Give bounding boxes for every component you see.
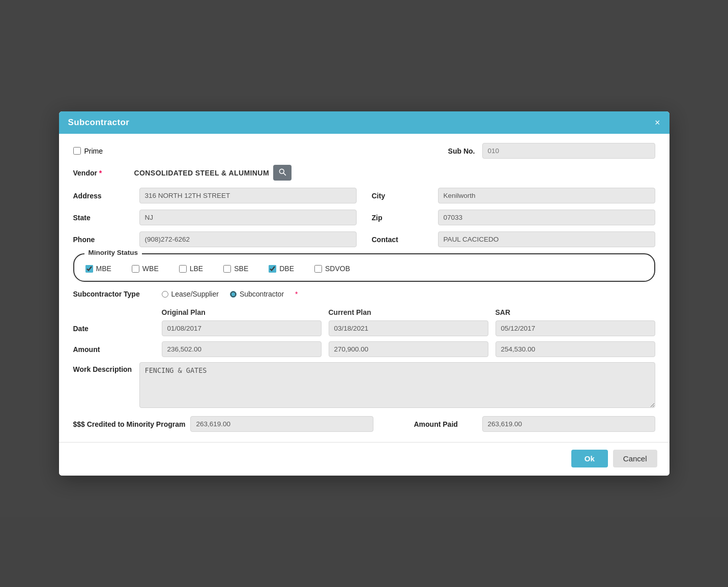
zip-block: Zip xyxy=(372,210,655,225)
work-description-label: Work Description xyxy=(73,362,134,373)
subcontractor-radio-label[interactable]: Subcontractor xyxy=(230,290,284,298)
amount-paid-block: Amount Paid xyxy=(414,416,655,432)
address-input[interactable] xyxy=(139,188,357,203)
credited-amount-row: $$$ Credited to Minority Program Amount … xyxy=(73,416,655,432)
amount-original-input[interactable] xyxy=(162,341,322,357)
plan-col-sar: SAR xyxy=(496,308,655,316)
prime-section: Prime xyxy=(73,147,103,155)
minority-checkboxes: MBE WBE LBE SBE xyxy=(85,265,643,273)
cancel-button[interactable]: Cancel xyxy=(613,450,657,467)
vendor-required: * xyxy=(99,169,102,177)
sbe-checkbox[interactable] xyxy=(223,265,231,273)
state-input[interactable] xyxy=(139,210,357,225)
wbe-label: WBE xyxy=(142,265,159,273)
subcontractor-type-radio-group: Lease/Supplier Subcontractor * xyxy=(162,290,298,298)
address-block: Address xyxy=(73,188,357,203)
dbe-checkbox[interactable] xyxy=(269,265,276,273)
search-icon xyxy=(278,168,286,176)
zip-input[interactable] xyxy=(438,210,655,225)
address-label: Address xyxy=(73,192,134,200)
amount-paid-input[interactable] xyxy=(482,416,655,432)
credited-block: $$$ Credited to Minority Program xyxy=(73,416,399,432)
contact-block: Contact xyxy=(372,231,655,247)
modal-footer: Ok Cancel xyxy=(59,442,669,476)
prime-label: Prime xyxy=(84,147,103,155)
minority-legend: Minority Status xyxy=(84,249,142,256)
plan-col-original: Original Plan xyxy=(162,308,322,316)
contact-input[interactable] xyxy=(438,231,655,247)
subcontractor-label: Subcontractor xyxy=(240,290,284,298)
modal-header: Subcontractor × xyxy=(59,111,669,134)
mbe-checkbox-label[interactable]: MBE xyxy=(85,265,111,273)
dbe-checkbox-label[interactable]: DBE xyxy=(269,265,294,273)
phone-block: Phone xyxy=(73,231,357,247)
credited-input[interactable] xyxy=(190,416,373,432)
vendor-row: Vendor * CONSOLIDATED STEEL & ALUMINUM xyxy=(73,165,655,181)
wbe-checkbox[interactable] xyxy=(132,265,139,273)
prime-checkbox[interactable] xyxy=(73,147,81,155)
plan-table-header: Original Plan Current Plan SAR xyxy=(73,308,655,316)
subcontractor-radio[interactable] xyxy=(230,291,237,298)
lbe-label: LBE xyxy=(190,265,203,273)
state-block: State xyxy=(73,210,357,225)
amount-current-input[interactable] xyxy=(329,341,488,357)
svg-line-1 xyxy=(283,173,285,175)
work-description-input[interactable] xyxy=(139,362,655,408)
lease-supplier-radio[interactable] xyxy=(162,291,168,298)
mbe-label: MBE xyxy=(96,265,111,273)
sbe-checkbox-label[interactable]: SBE xyxy=(223,265,248,273)
subcontractor-type-label: Subcontractor Type xyxy=(73,290,155,298)
minority-status-section: Minority Status MBE WBE LBE xyxy=(73,253,655,282)
lbe-checkbox-label[interactable]: LBE xyxy=(179,265,203,273)
phone-label: Phone xyxy=(73,236,134,244)
phone-input[interactable] xyxy=(139,231,357,247)
date-row-label: Date xyxy=(73,325,155,333)
prime-subno-row: Prime Sub No. xyxy=(73,143,655,159)
contact-label: Contact xyxy=(372,236,433,244)
amount-sar-input[interactable] xyxy=(496,341,655,357)
subno-label: Sub No. xyxy=(448,147,475,155)
lease-supplier-label: Lease/Supplier xyxy=(171,290,219,298)
lbe-checkbox[interactable] xyxy=(179,265,187,273)
address-city-row: Address City xyxy=(73,188,655,203)
subcontractor-type-row: Subcontractor Type Lease/Supplier Subcon… xyxy=(73,290,655,298)
city-label: City xyxy=(372,192,433,200)
state-label: State xyxy=(73,214,134,222)
plan-col-empty xyxy=(73,308,155,316)
sdvob-checkbox-label[interactable]: SDVOB xyxy=(314,265,350,273)
wbe-checkbox-label[interactable]: WBE xyxy=(132,265,159,273)
vendor-value-wrap: CONSOLIDATED STEEL & ALUMINUM xyxy=(134,165,292,181)
vendor-search-button[interactable] xyxy=(273,165,292,181)
mbe-checkbox[interactable] xyxy=(85,265,93,273)
dbe-label: DBE xyxy=(279,265,294,273)
sbe-label: SBE xyxy=(234,265,248,273)
subno-input[interactable] xyxy=(482,143,655,159)
state-zip-row: State Zip xyxy=(73,210,655,225)
city-block: City xyxy=(372,188,655,203)
modal-body: Prime Sub No. Vendor * CONSOLIDATED STEE… xyxy=(59,134,669,442)
close-button[interactable]: × xyxy=(655,118,660,127)
modal-dialog: Subcontractor × Prime Sub No. Vendor xyxy=(59,111,669,476)
subtype-required: * xyxy=(295,290,298,298)
sdvob-checkbox[interactable] xyxy=(314,265,322,273)
plan-date-row: Date xyxy=(73,320,655,336)
ok-button[interactable]: Ok xyxy=(571,450,608,467)
modal-overlay: Subcontractor × Prime Sub No. Vendor xyxy=(0,0,728,587)
vendor-name: CONSOLIDATED STEEL & ALUMINUM xyxy=(134,169,269,177)
modal-title: Subcontractor xyxy=(68,118,130,128)
amount-row-label: Amount xyxy=(73,345,155,354)
amount-paid-label: Amount Paid xyxy=(414,420,475,428)
sdvob-label: SDVOB xyxy=(325,265,350,273)
date-original-input[interactable] xyxy=(162,320,322,336)
date-sar-input[interactable] xyxy=(496,320,655,336)
work-description-row: Work Description xyxy=(73,362,655,408)
lease-supplier-radio-label[interactable]: Lease/Supplier xyxy=(162,290,219,298)
subno-section: Sub No. xyxy=(448,143,655,159)
city-input[interactable] xyxy=(438,188,655,203)
vendor-label: Vendor * xyxy=(73,169,134,177)
plan-amount-row: Amount xyxy=(73,341,655,357)
phone-contact-row: Phone Contact xyxy=(73,231,655,247)
date-current-input[interactable] xyxy=(329,320,488,336)
plan-col-current: Current Plan xyxy=(329,308,488,316)
zip-label: Zip xyxy=(372,214,433,222)
